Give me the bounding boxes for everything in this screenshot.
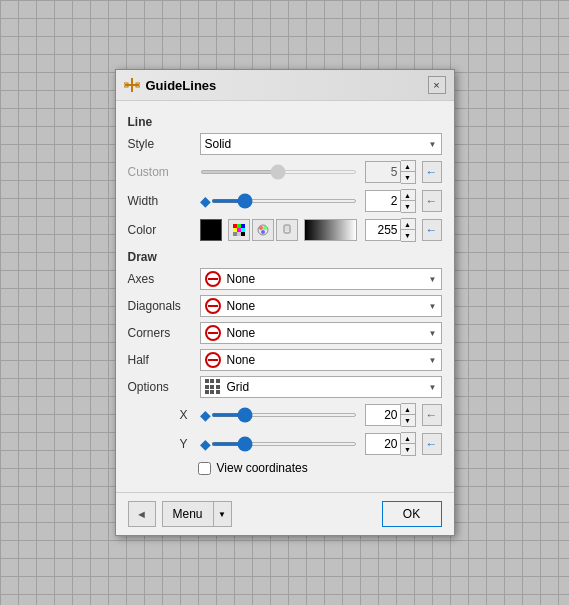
custom-spin-down[interactable]: ▼: [401, 172, 415, 183]
color-swatch[interactable]: [200, 219, 222, 241]
y-spin-up[interactable]: ▲: [401, 433, 415, 444]
y-slider[interactable]: [211, 442, 357, 446]
width-slider-icon: ◆: [200, 193, 211, 209]
options-label: Options: [128, 380, 196, 394]
nav-back-button[interactable]: ◄: [128, 501, 156, 527]
options-dropdown[interactable]: Grid ▼: [200, 376, 442, 398]
width-row: Width ◆ 2 ▲ ▼ ←: [128, 189, 442, 213]
svg-rect-18: [285, 226, 289, 231]
style-value: Solid: [205, 137, 425, 151]
title-bar: GuideLines ×: [116, 70, 454, 101]
custom-label: Custom: [128, 165, 196, 179]
custom-spin-buttons: ▲ ▼: [401, 160, 416, 184]
x-spin-down[interactable]: ▼: [401, 415, 415, 426]
view-coordinates-label[interactable]: View coordinates: [217, 461, 308, 475]
width-input[interactable]: 2: [365, 190, 401, 212]
corners-row: Corners None ▼: [128, 322, 442, 344]
style-label: Style: [128, 137, 196, 151]
half-arrow-icon: ▼: [429, 356, 437, 365]
y-input[interactable]: 20: [365, 433, 401, 455]
color-reset-button[interactable]: ←: [422, 219, 442, 241]
diagonals-label: Diagonals: [128, 299, 196, 313]
half-label: Half: [128, 353, 196, 367]
axes-value: None: [227, 272, 425, 286]
line-section-label: Line: [128, 115, 442, 129]
diagonals-arrow-icon: ▼: [429, 302, 437, 311]
axes-no-icon: [205, 271, 221, 287]
diagonals-dropdown[interactable]: None ▼: [200, 295, 442, 317]
svg-point-16: [261, 230, 265, 234]
axes-dropdown[interactable]: None ▼: [200, 268, 442, 290]
x-spin-up[interactable]: ▲: [401, 404, 415, 415]
corners-label: Corners: [128, 326, 196, 340]
custom-slider-container: [200, 170, 357, 174]
corners-dropdown[interactable]: None ▼: [200, 322, 442, 344]
guidelines-dialog: GuideLines × Line Style Solid ▼ Custom 5…: [115, 69, 455, 536]
corners-value: None: [227, 326, 425, 340]
style-dropdown[interactable]: Solid ▼: [200, 133, 442, 155]
half-row: Half None ▼: [128, 349, 442, 371]
x-spinbox: 20 ▲ ▼: [365, 403, 416, 427]
options-grid-icon: [205, 379, 221, 395]
width-reset-button[interactable]: ←: [422, 190, 442, 212]
x-slider[interactable]: [211, 413, 357, 417]
half-value: None: [227, 353, 425, 367]
corners-arrow-icon: ▼: [429, 329, 437, 338]
y-label: Y: [128, 437, 196, 451]
ok-button[interactable]: OK: [382, 501, 442, 527]
svg-rect-8: [237, 228, 241, 232]
svg-rect-1: [131, 78, 133, 92]
svg-rect-11: [237, 232, 241, 236]
close-button[interactable]: ×: [428, 76, 446, 94]
width-spin-down[interactable]: ▼: [401, 201, 415, 212]
dialog-body: Line Style Solid ▼ Custom 5 ▲ ▼ ←: [116, 101, 454, 492]
menu-arrow-icon: ▼: [213, 501, 231, 527]
color-eyedropper-button[interactable]: [276, 219, 298, 241]
color-label: Color: [128, 223, 196, 237]
view-coordinates-row: View coordinates: [198, 461, 442, 475]
options-arrow-icon: ▼: [429, 383, 437, 392]
color-spin-up[interactable]: ▲: [401, 219, 415, 230]
custom-spin-up[interactable]: ▲: [401, 161, 415, 172]
dialog-icon: [124, 77, 140, 93]
custom-slider[interactable]: [200, 170, 357, 174]
width-spin-up[interactable]: ▲: [401, 190, 415, 201]
color-gradient-bar[interactable]: [304, 219, 357, 241]
x-label: X: [128, 408, 196, 422]
half-dropdown[interactable]: None ▼: [200, 349, 442, 371]
axes-row: Axes None ▼: [128, 268, 442, 290]
width-slider-container: ◆: [200, 193, 357, 209]
options-row: Options Grid ▼: [128, 376, 442, 398]
color-input[interactable]: 255: [365, 219, 401, 241]
dialog-title: GuideLines: [146, 78, 217, 93]
menu-label: Menu: [163, 507, 213, 521]
menu-button[interactable]: Menu ▼: [162, 501, 232, 527]
x-input[interactable]: 20: [365, 404, 401, 426]
width-slider[interactable]: [211, 199, 357, 203]
color-spin-buttons: ▲ ▼: [401, 218, 416, 242]
color-picker-button[interactable]: [228, 219, 250, 241]
options-value: Grid: [227, 380, 425, 394]
svg-point-14: [259, 226, 263, 230]
svg-rect-10: [233, 232, 237, 236]
y-slider-icon: ◆: [200, 436, 211, 452]
color-spinbox: 255 ▲ ▼: [365, 218, 416, 242]
svg-rect-4: [233, 224, 237, 228]
color-spin-down[interactable]: ▼: [401, 230, 415, 241]
y-reset-button[interactable]: ←: [422, 433, 442, 455]
x-row: X ◆ 20 ▲ ▼ ←: [128, 403, 442, 427]
custom-reset-button[interactable]: ←: [422, 161, 442, 183]
y-spin-buttons: ▲ ▼: [401, 432, 416, 456]
y-spinbox: 20 ▲ ▼: [365, 432, 416, 456]
color-palette-button[interactable]: [252, 219, 274, 241]
bottom-bar: ◄ Menu ▼ OK: [116, 492, 454, 535]
custom-input[interactable]: 5: [365, 161, 401, 183]
svg-rect-7: [233, 228, 237, 232]
draw-section-label: Draw: [128, 250, 442, 264]
view-coordinates-checkbox[interactable]: [198, 462, 211, 475]
diagonals-value: None: [227, 299, 425, 313]
diagonals-no-icon: [205, 298, 221, 314]
x-reset-button[interactable]: ←: [422, 404, 442, 426]
y-spin-down[interactable]: ▼: [401, 444, 415, 455]
y-row: Y ◆ 20 ▲ ▼ ←: [128, 432, 442, 456]
